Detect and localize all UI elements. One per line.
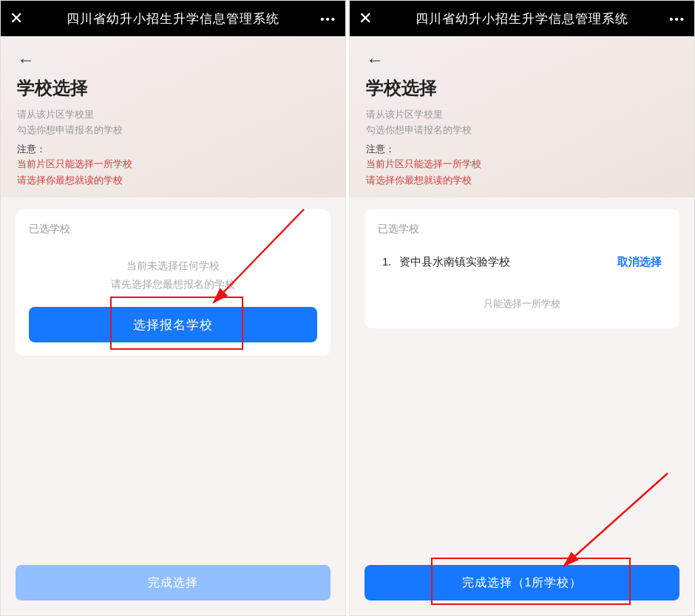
page-title: 学校选择	[366, 76, 678, 100]
annotation-arrow-icon	[542, 466, 675, 577]
content-area-right: ← 学校选择 请从该片区学校里 勾选你想申请报名的学校 注意： 当前片区只能选择…	[350, 36, 694, 615]
school-name-text: 资中县水南镇实验学校	[399, 255, 510, 268]
content-area-left: ← 学校选择 请从该片区学校里 勾选你想申请报名的学校 注意： 当前片区只能选择…	[1, 36, 345, 615]
subtitle-line-1: 请从该片区学校里	[366, 107, 678, 123]
empty-state: 当前未选择任何学校 请先选择您最想报名的学校	[29, 246, 317, 307]
warning-line-1: 当前片区只能选择一所学校	[366, 156, 678, 172]
app-title: 四川省幼升小招生升学信息管理系统	[27, 10, 319, 27]
limit-note: 只能选择一所学校	[378, 284, 666, 315]
svg-line-1	[564, 473, 668, 566]
selected-schools-card: 已选学校 1.资中县水南镇实验学校 取消选择 只能选择一所学校	[365, 209, 679, 328]
bottom-bar: 完成选择	[1, 555, 345, 615]
card-label: 已选学校	[378, 223, 666, 236]
bottom-bar: 完成选择（1所学校）	[350, 555, 694, 615]
school-index: 1.	[382, 255, 392, 268]
notice-label: 注意：	[17, 143, 329, 156]
app-header: ✕ 四川省幼升小招生升学信息管理系统 •••	[350, 1, 694, 36]
selected-schools-card: 已选学校 当前未选择任何学校 请先选择您最想报名的学校 选择报名学校	[16, 209, 330, 356]
screen-left: ✕ 四川省幼升小招生升学信息管理系统 ••• ← 学校选择 请从该片区学校里 勾…	[0, 0, 346, 616]
selected-school-name: 1.资中县水南镇实验学校	[382, 255, 510, 269]
close-icon[interactable]: ✕	[359, 9, 376, 28]
app-title: 四川省幼升小招生升学信息管理系统	[376, 10, 668, 27]
subtitle-line-2: 勾选你想申请报名的学校	[17, 123, 329, 138]
warning-line-1: 当前片区只能选择一所学校	[17, 156, 329, 172]
empty-line-1: 当前未选择任何学校	[29, 257, 317, 275]
more-icon[interactable]: •••	[319, 13, 336, 25]
page-title: 学校选择	[17, 76, 329, 100]
complete-button-disabled[interactable]: 完成选择	[16, 565, 330, 600]
card-label: 已选学校	[29, 223, 317, 236]
header-section: ← 学校选择 请从该片区学校里 勾选你想申请报名的学校 注意： 当前片区只能选择…	[350, 36, 694, 197]
warning-line-2: 请选择你最想就读的学校	[17, 172, 329, 189]
app-header: ✕ 四川省幼升小招生升学信息管理系统 •••	[1, 1, 345, 36]
close-icon[interactable]: ✕	[10, 9, 27, 28]
cancel-selection-button[interactable]: 取消选择	[617, 255, 662, 269]
back-arrow-icon[interactable]: ←	[17, 50, 35, 70]
screen-right: ✕ 四川省幼升小招生升学信息管理系统 ••• ← 学校选择 请从该片区学校里 勾…	[349, 0, 695, 616]
header-section: ← 学校选择 请从该片区学校里 勾选你想申请报名的学校 注意： 当前片区只能选择…	[1, 36, 345, 197]
subtitle-line-2: 勾选你想申请报名的学校	[366, 123, 678, 138]
complete-button-enabled[interactable]: 完成选择（1所学校）	[365, 565, 679, 600]
notice-label: 注意：	[366, 143, 678, 156]
back-arrow-icon[interactable]: ←	[366, 50, 384, 70]
selected-school-row: 1.资中县水南镇实验学校 取消选择	[378, 246, 666, 278]
empty-line-2: 请先选择您最想报名的学校	[29, 275, 317, 294]
subtitle-line-1: 请从该片区学校里	[17, 107, 329, 123]
select-school-button[interactable]: 选择报名学校	[29, 307, 317, 342]
more-icon[interactable]: •••	[668, 13, 685, 25]
warning-line-2: 请选择你最想就读的学校	[366, 172, 678, 189]
